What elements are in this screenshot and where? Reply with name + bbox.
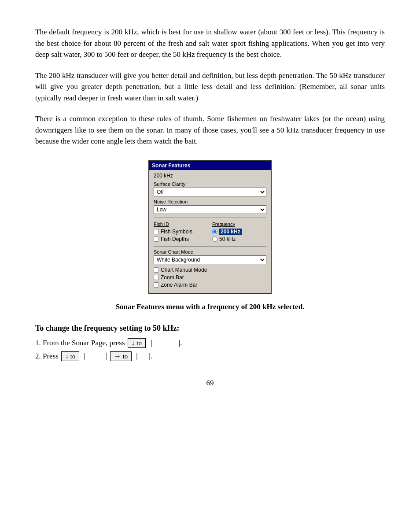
sonar-features-box: Sonar Features 200 kHz Surface Clarity O… [148, 160, 272, 294]
freq-50-radio[interactable] [212, 236, 217, 242]
step-2: 2. Press ↓ to | | → to | | . [35, 351, 385, 361]
step-2-arrow-right: → [114, 352, 121, 360]
step-2-arrow-down: ↓ [65, 352, 69, 360]
paragraph-2: The 200 kHz transducer will give you bet… [35, 70, 385, 104]
sonar-chart-mode-select[interactable]: White Background Black Background [154, 255, 266, 264]
fish-symbols-label: Fish Symbols [161, 229, 192, 235]
zoom-bar-row: Zoom Bar [154, 274, 266, 281]
chart-manual-mode-row: Chart Manual Mode [154, 267, 266, 273]
step-1-text-before: 1. From the Sonar Page, press [35, 339, 125, 347]
chart-manual-mode-checkbox[interactable] [154, 267, 159, 273]
fish-depths-row: Fish Depths [154, 236, 208, 242]
caption: Sonar Features menu with a frequency of … [35, 303, 385, 311]
frequency-col: Frequency 200 kHz 50 kHz [212, 222, 266, 244]
zone-alarm-bar-row: Zone Alarm Bar [154, 282, 266, 288]
step-2-blank2: | | [136, 352, 150, 361]
fish-id-col: Fish ID Fish Symbols Fish Depths [154, 222, 208, 244]
fish-depths-label: Fish Depths [161, 236, 189, 242]
paragraph-3: There is a common exception to these rul… [35, 113, 385, 147]
divider-1 [154, 218, 266, 218]
paragraph-1: The default frequency is 200 kHz, which … [35, 26, 385, 60]
zoom-bar-label: Zoom Bar [161, 274, 184, 281]
freq-50-label: 50 kHz [219, 236, 236, 242]
surface-clarity-row: Off Low Medium High [154, 188, 266, 196]
step-1: 1. From the Sonar Page, press ↓ to | | . [35, 338, 385, 348]
surface-clarity-label: Surface Clarity [154, 181, 266, 187]
step-2-blank1: | | [84, 352, 107, 361]
fish-depths-checkbox[interactable] [154, 236, 159, 242]
divider-2 [154, 246, 266, 247]
noise-rejection-row: Low Medium High [154, 205, 266, 214]
chart-manual-mode-label: Chart Manual Mode [161, 267, 207, 273]
noise-rejection-label: Noise Rejection [154, 199, 266, 204]
frequency-header: Frequency [212, 222, 266, 227]
step-2-key2: → to [110, 351, 132, 361]
fish-symbols-row: Fish Symbols [154, 229, 208, 235]
sonar-chart-mode-row: White Background Black Background [154, 255, 266, 264]
sonar-chart-mode-label: Sonar Chart Mode [154, 249, 266, 255]
freq-200-radio[interactable] [212, 229, 217, 234]
sonar-features-title-bar: Sonar Features [149, 161, 271, 170]
zone-alarm-bar-label: Zone Alarm Bar [161, 282, 197, 288]
sonar-features-container: Sonar Features 200 kHz Surface Clarity O… [35, 160, 385, 294]
fish-symbols-checkbox[interactable] [154, 229, 159, 234]
step-2-key1: ↓ to [61, 351, 79, 361]
step-1-arrow: ↓ [132, 339, 135, 347]
step-2-text-before: 2. Press [35, 352, 59, 361]
instructions-heading: To change the frequency setting to 50 kH… [35, 324, 385, 333]
surface-clarity-select[interactable]: Off Low Medium High [154, 188, 266, 196]
freq-50-row: 50 kHz [212, 236, 266, 242]
zone-alarm-bar-checkbox[interactable] [154, 282, 159, 288]
freq-200-row: 200 kHz [212, 229, 266, 235]
step-1-blank: | | [151, 339, 180, 347]
noise-rejection-select[interactable]: Low Medium High [154, 205, 266, 214]
freq-label: 200 kHz [154, 173, 266, 179]
step-2-period: . [151, 352, 152, 361]
sonar-features-body: 200 kHz Surface Clarity Off Low Medium H… [149, 170, 271, 293]
step-1-key1: ↓ to [128, 338, 146, 348]
fish-id-frequency-section: Fish ID Fish Symbols Fish Depths Frequen… [154, 222, 266, 244]
page-number: 69 [35, 379, 385, 388]
zoom-bar-checkbox[interactable] [154, 275, 159, 280]
freq-200-label: 200 kHz [219, 229, 242, 235]
step-1-period: . [180, 339, 182, 347]
fish-id-header: Fish ID [154, 222, 208, 227]
sonar-features-title: Sonar Features [152, 162, 190, 169]
